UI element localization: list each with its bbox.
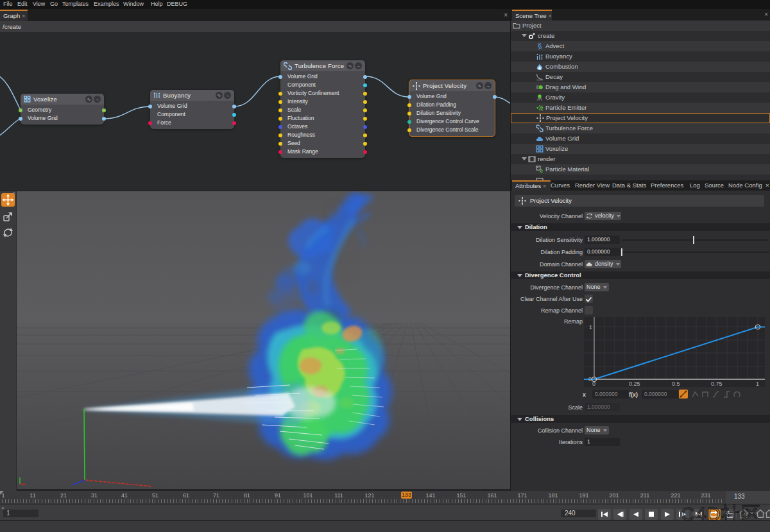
svg-text:0.75: 0.75: [711, 381, 723, 387]
svg-text:1: 1: [756, 381, 759, 387]
svg-text:0: 0: [588, 376, 592, 382]
svg-text:0: 0: [592, 381, 595, 387]
svg-text:0.25: 0.25: [629, 381, 640, 387]
svg-text:0.5: 0.5: [672, 381, 680, 387]
svg-text:1: 1: [589, 324, 592, 330]
